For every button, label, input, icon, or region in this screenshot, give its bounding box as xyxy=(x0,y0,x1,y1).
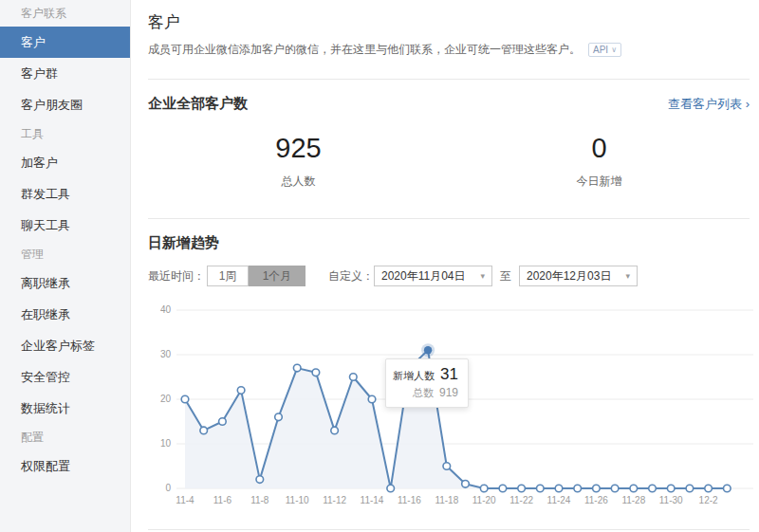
summary-title: 企业全部客户数 xyxy=(148,95,248,113)
tooltip-row: 总数 919 xyxy=(392,386,458,400)
svg-text:11-10: 11-10 xyxy=(286,495,309,505)
svg-text:10: 10 xyxy=(160,438,172,449)
trend-controls: 最近时间： 1周 1个月 自定义： 2020年11月04日 ▾ 至 2020年1… xyxy=(148,266,750,286)
range-1month-button[interactable]: 1个月 xyxy=(249,266,305,286)
sidebar-item-0-1[interactable]: 客户群 xyxy=(0,58,130,89)
tooltip-row: 新增人数 31 xyxy=(392,365,458,384)
summary-section-head: 企业全部客户数 查看客户列表 › xyxy=(148,95,750,113)
stat-today-label: 今日新增 xyxy=(449,174,750,190)
range-1week-button[interactable]: 1周 xyxy=(207,266,249,286)
sidebar-item-2-3[interactable]: 安全管控 xyxy=(0,361,130,393)
sidebar-section-header-3: 配置 xyxy=(0,424,130,450)
tooltip-value: 919 xyxy=(439,386,458,399)
svg-text:11-14: 11-14 xyxy=(361,495,384,505)
svg-text:11-4: 11-4 xyxy=(176,495,194,505)
svg-text:20: 20 xyxy=(160,394,172,404)
stat-today-value: 0 xyxy=(449,134,750,162)
view-customer-list-link[interactable]: 查看客户列表 › xyxy=(668,96,750,113)
trend-title: 日新增趋势 xyxy=(148,234,219,252)
svg-text:11-24: 11-24 xyxy=(547,495,571,505)
sidebar-section-header-2: 管理 xyxy=(0,241,130,267)
api-badge-label: API xyxy=(593,45,608,55)
page-description-row: 成员可用企业微信添加客户的微信，并在这里与他们联系，企业可统一管理这些客户。 A… xyxy=(148,42,750,58)
sidebar: 客户联系客户客户群客户朋友圈工具加客户群发工具聊天工具管理离职继承在职继承企业客… xyxy=(0,0,131,532)
dropdown-arrow-icon: ▾ xyxy=(625,271,630,281)
date-to-select[interactable]: 2020年12月03日 ▾ xyxy=(519,266,638,286)
sidebar-item-2-4[interactable]: 数据统计 xyxy=(0,393,130,424)
tooltip-label: 新增人数 xyxy=(393,369,435,383)
sidebar-item-1-0[interactable]: 加客户 xyxy=(0,147,130,178)
date-to-value: 2020年12月03日 xyxy=(527,268,611,284)
stat-today: 0 今日新增 xyxy=(449,134,750,190)
svg-text:11-16: 11-16 xyxy=(398,495,421,505)
stats-row: 925 总人数 0 今日新增 xyxy=(148,134,750,190)
svg-text:11-8: 11-8 xyxy=(250,495,269,505)
svg-text:30: 30 xyxy=(160,349,172,359)
chart-tooltip: 新增人数 31 总数 919 xyxy=(385,358,469,408)
trend-section-head: 日新增趋势 xyxy=(148,234,750,252)
trend-chart: 01020304011-411-611-811-1011-1211-1411-1… xyxy=(148,301,759,517)
divider xyxy=(148,218,750,219)
sidebar-item-1-1[interactable]: 群发工具 xyxy=(0,178,130,210)
svg-text:11-28: 11-28 xyxy=(621,495,645,505)
sidebar-item-2-2[interactable]: 企业客户标签 xyxy=(0,330,130,361)
api-badge[interactable]: API ∨ xyxy=(588,43,621,57)
date-from-select[interactable]: 2020年11月04日 ▾ xyxy=(374,266,492,286)
svg-text:0: 0 xyxy=(165,483,171,493)
page-description: 成员可用企业微信添加客户的微信，并在这里与他们联系，企业可统一管理这些客户。 xyxy=(148,42,581,58)
sidebar-item-0-0[interactable]: 客户 xyxy=(0,27,130,58)
svg-text:11-18: 11-18 xyxy=(435,495,458,505)
svg-text:11-20: 11-20 xyxy=(472,495,496,505)
svg-text:40: 40 xyxy=(160,304,172,315)
dropdown-arrow-icon: ▾ xyxy=(480,271,485,281)
chevron-down-icon: ∨ xyxy=(611,46,617,54)
svg-text:12-2: 12-2 xyxy=(699,495,718,505)
main-content: 客户 成员可用企业微信添加客户的微信，并在这里与他们联系，企业可统一管理这些客户… xyxy=(131,0,759,532)
svg-text:11-12: 11-12 xyxy=(323,495,346,505)
svg-text:11-26: 11-26 xyxy=(584,495,608,505)
stat-total: 925 总人数 xyxy=(148,134,449,190)
svg-text:11-30: 11-30 xyxy=(659,495,683,505)
sidebar-item-2-0[interactable]: 离职继承 xyxy=(0,267,130,299)
custom-range-label: 自定义： xyxy=(328,268,374,284)
sidebar-section-header-1: 工具 xyxy=(0,120,130,147)
svg-text:11-6: 11-6 xyxy=(213,495,232,505)
tooltip-value: 31 xyxy=(440,365,458,384)
sidebar-item-0-2[interactable]: 客户朋友圈 xyxy=(0,89,130,120)
time-range-toggle: 1周 1个月 xyxy=(207,266,305,286)
sidebar-section-header-0: 客户联系 xyxy=(0,0,130,27)
sidebar-item-3-0[interactable]: 权限配置 xyxy=(0,450,130,482)
page-title: 客户 xyxy=(148,11,750,33)
tooltip-label: 总数 xyxy=(413,386,434,400)
sidebar-item-1-2[interactable]: 聊天工具 xyxy=(0,210,130,241)
divider xyxy=(148,79,750,80)
date-to-label: 至 xyxy=(500,268,511,284)
svg-text:11-22: 11-22 xyxy=(509,495,533,505)
stat-total-label: 总人数 xyxy=(148,174,449,190)
time-range-label: 最近时间： xyxy=(148,268,205,284)
stat-total-value: 925 xyxy=(148,134,449,162)
divider xyxy=(148,529,750,530)
sidebar-item-2-1[interactable]: 在职继承 xyxy=(0,299,130,330)
date-from-value: 2020年11月04日 xyxy=(381,268,466,284)
